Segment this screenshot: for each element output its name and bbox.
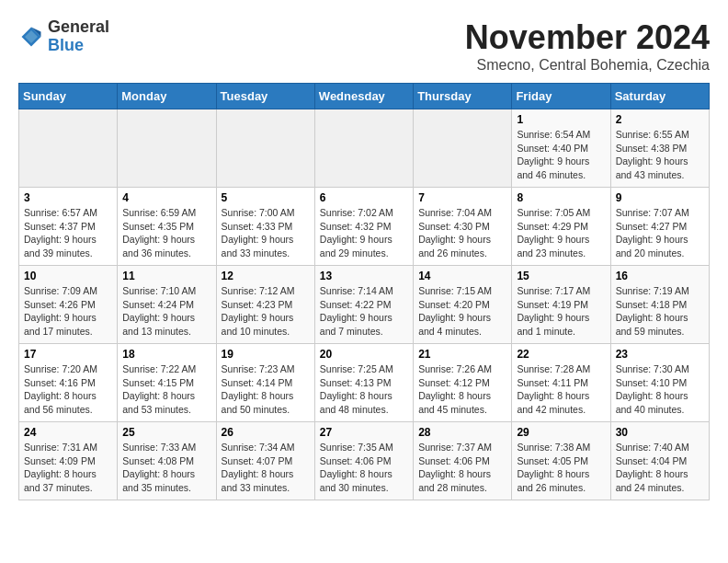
calendar-day-cell: 23Sunrise: 7:30 AM Sunset: 4:10 PM Dayli… [610, 344, 709, 422]
weekday-header: Wednesday [314, 84, 413, 109]
day-info: Sunrise: 7:05 AM Sunset: 4:29 PM Dayligh… [517, 206, 605, 260]
calendar-day-cell [414, 109, 512, 188]
day-info: Sunrise: 7:02 AM Sunset: 4:32 PM Dayligh… [320, 206, 408, 260]
day-number: 28 [418, 426, 506, 439]
day-info: Sunrise: 7:22 AM Sunset: 4:15 PM Dayligh… [122, 362, 210, 417]
weekday-header: Saturday [610, 84, 709, 109]
day-info: Sunrise: 7:37 AM Sunset: 4:06 PM Dayligh… [418, 441, 506, 495]
day-info: Sunrise: 7:14 AM Sunset: 4:22 PM Dayligh… [320, 284, 408, 339]
calendar-day-cell: 12Sunrise: 7:12 AM Sunset: 4:23 PM Dayli… [216, 266, 314, 344]
day-number: 13 [320, 270, 408, 282]
calendar-day-cell: 4Sunrise: 6:59 AM Sunset: 4:35 PM Daylig… [118, 188, 216, 266]
day-number: 10 [24, 270, 112, 282]
calendar-day-cell [314, 109, 413, 188]
day-info: Sunrise: 7:12 AM Sunset: 4:23 PM Dayligh… [222, 284, 310, 339]
day-number: 14 [418, 270, 506, 282]
day-info: Sunrise: 7:26 AM Sunset: 4:12 PM Dayligh… [418, 362, 506, 417]
day-number: 5 [222, 191, 310, 204]
calendar-day-cell [19, 109, 118, 188]
day-info: Sunrise: 7:40 AM Sunset: 4:04 PM Dayligh… [616, 441, 704, 495]
calendar-day-cell: 22Sunrise: 7:28 AM Sunset: 4:11 PM Dayli… [512, 344, 610, 422]
calendar-day-cell: 27Sunrise: 7:35 AM Sunset: 4:06 PM Dayli… [314, 422, 413, 500]
calendar-day-cell: 3Sunrise: 6:57 AM Sunset: 4:37 PM Daylig… [19, 188, 118, 266]
day-number: 26 [222, 426, 310, 439]
calendar-day-cell: 26Sunrise: 7:34 AM Sunset: 4:07 PM Dayli… [216, 422, 314, 500]
day-number: 17 [24, 348, 112, 361]
weekday-header: Sunday [19, 84, 118, 109]
calendar-day-cell: 28Sunrise: 7:37 AM Sunset: 4:06 PM Dayli… [414, 422, 512, 500]
weekday-header: Thursday [414, 84, 512, 109]
day-number: 20 [320, 348, 408, 361]
day-info: Sunrise: 7:25 AM Sunset: 4:13 PM Dayligh… [320, 362, 408, 417]
calendar-day-cell: 14Sunrise: 7:15 AM Sunset: 4:20 PM Dayli… [414, 266, 512, 344]
weekday-header: Monday [118, 84, 216, 109]
calendar-day-cell: 7Sunrise: 7:04 AM Sunset: 4:30 PM Daylig… [414, 188, 512, 266]
day-number: 11 [122, 270, 210, 282]
calendar-day-cell: 19Sunrise: 7:23 AM Sunset: 4:14 PM Dayli… [216, 344, 314, 422]
calendar-day-cell: 9Sunrise: 7:07 AM Sunset: 4:27 PM Daylig… [610, 188, 709, 266]
weekday-header: Friday [512, 84, 610, 109]
day-number: 22 [517, 348, 605, 361]
calendar-day-cell: 10Sunrise: 7:09 AM Sunset: 4:26 PM Dayli… [19, 266, 118, 344]
day-number: 23 [616, 348, 704, 361]
calendar-day-cell: 20Sunrise: 7:25 AM Sunset: 4:13 PM Dayli… [314, 344, 413, 422]
day-info: Sunrise: 7:10 AM Sunset: 4:24 PM Dayligh… [122, 284, 210, 339]
day-number: 29 [517, 426, 605, 439]
day-info: Sunrise: 7:31 AM Sunset: 4:09 PM Dayligh… [24, 441, 112, 495]
day-number: 15 [517, 270, 605, 282]
calendar-day-cell: 13Sunrise: 7:14 AM Sunset: 4:22 PM Dayli… [314, 266, 413, 344]
calendar-day-cell: 1Sunrise: 6:54 AM Sunset: 4:40 PM Daylig… [512, 109, 610, 188]
day-info: Sunrise: 7:17 AM Sunset: 4:19 PM Dayligh… [517, 284, 605, 339]
day-number: 2 [616, 113, 704, 126]
page-header: General Blue November 2024 Smecno, Centr… [18, 18, 710, 74]
day-number: 12 [222, 270, 310, 282]
calendar-day-cell: 30Sunrise: 7:40 AM Sunset: 4:04 PM Dayli… [610, 422, 709, 500]
calendar-week-row: 17Sunrise: 7:20 AM Sunset: 4:16 PM Dayli… [19, 344, 710, 422]
day-number: 21 [418, 348, 506, 361]
day-info: Sunrise: 7:30 AM Sunset: 4:10 PM Dayligh… [616, 362, 704, 417]
day-info: Sunrise: 7:35 AM Sunset: 4:06 PM Dayligh… [320, 441, 408, 495]
day-info: Sunrise: 6:57 AM Sunset: 4:37 PM Dayligh… [24, 206, 112, 260]
day-number: 9 [616, 191, 704, 204]
day-number: 25 [122, 426, 210, 439]
day-info: Sunrise: 7:04 AM Sunset: 4:30 PM Dayligh… [418, 206, 506, 260]
day-info: Sunrise: 7:28 AM Sunset: 4:11 PM Dayligh… [517, 362, 605, 417]
calendar-week-row: 24Sunrise: 7:31 AM Sunset: 4:09 PM Dayli… [19, 422, 710, 500]
logo-blue-text: Blue [48, 37, 109, 55]
logo-icon [18, 24, 44, 50]
calendar-day-cell: 21Sunrise: 7:26 AM Sunset: 4:12 PM Dayli… [414, 344, 512, 422]
day-number: 1 [517, 113, 605, 126]
calendar-day-cell: 17Sunrise: 7:20 AM Sunset: 4:16 PM Dayli… [19, 344, 118, 422]
calendar-day-cell: 16Sunrise: 7:19 AM Sunset: 4:18 PM Dayli… [610, 266, 709, 344]
day-info: Sunrise: 7:34 AM Sunset: 4:07 PM Dayligh… [222, 441, 310, 495]
calendar-day-cell: 6Sunrise: 7:02 AM Sunset: 4:32 PM Daylig… [314, 188, 413, 266]
day-number: 16 [616, 270, 704, 282]
weekday-header: Tuesday [216, 84, 314, 109]
day-number: 18 [122, 348, 210, 361]
day-number: 8 [517, 191, 605, 204]
day-info: Sunrise: 7:09 AM Sunset: 4:26 PM Dayligh… [24, 284, 112, 339]
logo: General Blue [18, 18, 109, 55]
calendar-day-cell: 15Sunrise: 7:17 AM Sunset: 4:19 PM Dayli… [512, 266, 610, 344]
day-info: Sunrise: 7:15 AM Sunset: 4:20 PM Dayligh… [418, 284, 506, 339]
calendar-table: SundayMondayTuesdayWednesdayThursdayFrid… [18, 83, 710, 500]
calendar-week-row: 1Sunrise: 6:54 AM Sunset: 4:40 PM Daylig… [19, 109, 710, 188]
day-number: 3 [24, 191, 112, 204]
calendar-day-cell: 8Sunrise: 7:05 AM Sunset: 4:29 PM Daylig… [512, 188, 610, 266]
day-info: Sunrise: 7:33 AM Sunset: 4:08 PM Dayligh… [122, 441, 210, 495]
title-block: November 2024 Smecno, Central Bohemia, C… [465, 18, 710, 74]
day-info: Sunrise: 7:20 AM Sunset: 4:16 PM Dayligh… [24, 362, 112, 417]
calendar-day-cell: 18Sunrise: 7:22 AM Sunset: 4:15 PM Dayli… [118, 344, 216, 422]
day-info: Sunrise: 7:38 AM Sunset: 4:05 PM Dayligh… [517, 441, 605, 495]
day-info: Sunrise: 7:07 AM Sunset: 4:27 PM Dayligh… [616, 206, 704, 260]
calendar-day-cell: 2Sunrise: 6:55 AM Sunset: 4:38 PM Daylig… [610, 109, 709, 188]
day-info: Sunrise: 6:55 AM Sunset: 4:38 PM Dayligh… [616, 128, 704, 182]
day-number: 4 [122, 191, 210, 204]
day-info: Sunrise: 7:19 AM Sunset: 4:18 PM Dayligh… [616, 284, 704, 339]
calendar-week-row: 3Sunrise: 6:57 AM Sunset: 4:37 PM Daylig… [19, 188, 710, 266]
calendar-day-cell [118, 109, 216, 188]
day-number: 7 [418, 191, 506, 204]
day-info: Sunrise: 6:59 AM Sunset: 4:35 PM Dayligh… [122, 206, 210, 260]
day-number: 27 [320, 426, 408, 439]
calendar-day-cell: 24Sunrise: 7:31 AM Sunset: 4:09 PM Dayli… [19, 422, 118, 500]
